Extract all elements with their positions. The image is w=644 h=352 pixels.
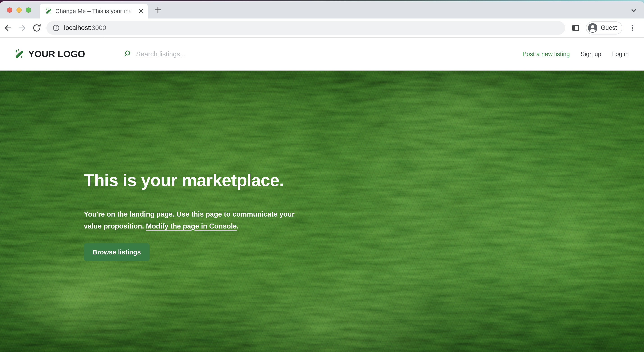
logo-magic-wand-icon <box>14 49 25 60</box>
hero-body-suffix: . <box>237 222 239 230</box>
logo-link[interactable]: YOUR LOGO <box>0 38 104 70</box>
hero-body: You're on the landing page. Use this pag… <box>84 208 312 232</box>
back-button[interactable] <box>2 22 14 34</box>
logo-text: YOUR LOGO <box>28 49 85 60</box>
search-icon <box>124 50 132 58</box>
tab-strip: Change Me – This is your marketplace <box>0 1 644 18</box>
avatar-icon <box>588 23 598 33</box>
search-input[interactable] <box>136 50 280 58</box>
url-text: localhost:3000 <box>64 24 106 32</box>
side-panel-button[interactable] <box>570 22 581 34</box>
log-in-link[interactable]: Log in <box>612 51 629 58</box>
browser-menu-button[interactable] <box>627 22 638 34</box>
forward-button[interactable] <box>17 22 28 34</box>
reload-button[interactable] <box>31 22 42 34</box>
reload-icon <box>32 23 42 33</box>
screenshot-root: { "browser": { "tab": { "title": "Change… <box>0 0 644 352</box>
window-zoom-button[interactable] <box>26 8 31 12</box>
address-bar[interactable]: localhost:3000 <box>46 21 565 35</box>
favicon-magic-wand-icon <box>45 8 52 15</box>
back-arrow-icon <box>3 23 12 33</box>
info-icon[interactable] <box>52 24 60 32</box>
new-tab-button[interactable] <box>153 5 163 15</box>
tab-close-icon[interactable] <box>137 7 145 15</box>
kebab-menu-icon <box>628 24 636 32</box>
traffic-lights <box>0 8 31 12</box>
tab-title: Change Me – This is your marketplace <box>56 8 134 15</box>
window-minimize-button[interactable] <box>16 8 22 12</box>
side-panel-icon <box>571 24 580 32</box>
hero-content: This is your marketplace. You're on the … <box>0 70 644 261</box>
tab-search-chevron-button[interactable] <box>629 6 638 15</box>
post-new-listing-link[interactable]: Post a new listing <box>522 51 570 58</box>
profile-label: Guest <box>601 24 617 31</box>
header-nav: Post a new listing Sign up Log in <box>522 38 644 70</box>
toolbar-right-cluster: Guest <box>570 22 638 34</box>
sign-up-link[interactable]: Sign up <box>581 51 602 58</box>
browse-listings-button[interactable]: Browse listings <box>84 244 150 261</box>
browser-window: Change Me – This is your marketplace <box>0 1 644 352</box>
hero-title: This is your marketplace. <box>84 171 644 189</box>
window-close-button[interactable] <box>7 8 12 12</box>
browser-toolbar: localhost:3000 Guest <box>0 18 644 38</box>
forward-arrow-icon <box>18 23 27 33</box>
url-host: localhost: <box>64 24 92 31</box>
browser-tab[interactable]: Change Me – This is your marketplace <box>40 4 148 18</box>
url-port: 3000 <box>92 24 106 31</box>
plus-icon <box>154 6 162 14</box>
search-bar <box>104 38 522 70</box>
chevron-down-icon <box>630 7 638 14</box>
site-header: YOUR LOGO Post a new listing Sign up Log… <box>0 38 644 70</box>
hero-section: This is your marketplace. You're on the … <box>0 70 644 352</box>
profile-button[interactable]: Guest <box>586 22 622 34</box>
modify-page-console-link[interactable]: Modify the page in Console <box>146 222 237 230</box>
